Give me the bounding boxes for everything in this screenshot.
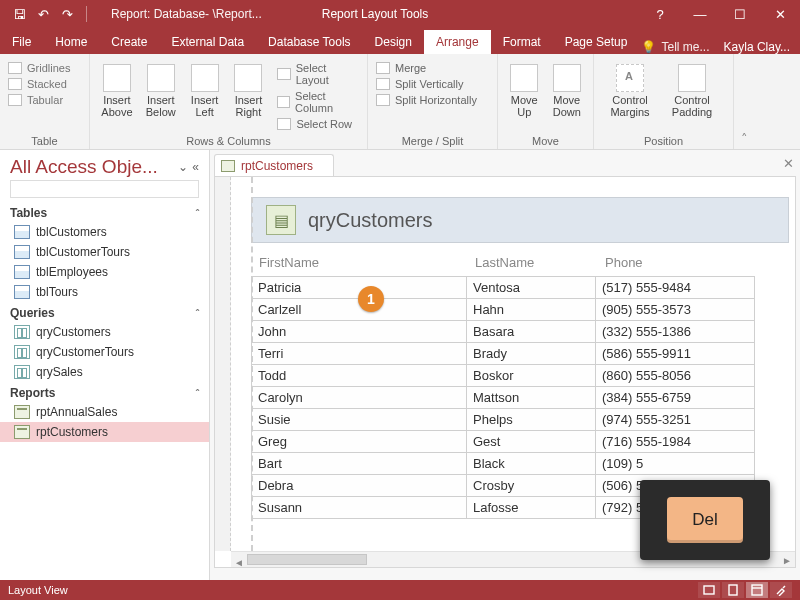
- nav-item-rptannualsales[interactable]: rptAnnualSales: [0, 402, 209, 422]
- table-row[interactable]: SusiePhelps(974) 555-3251: [251, 409, 795, 431]
- cell[interactable]: (517) 555-9484: [595, 276, 755, 299]
- cell[interactable]: Crosby: [466, 475, 596, 497]
- tab-page-setup[interactable]: Page Setup: [553, 30, 640, 54]
- table-row[interactable]: TerriBrady(586) 555-9911: [251, 343, 795, 365]
- cell[interactable]: Greg: [251, 431, 467, 453]
- cell[interactable]: John: [251, 321, 467, 343]
- table-row[interactable]: GregGest(716) 555-1984: [251, 431, 795, 453]
- scroll-right-icon[interactable]: ►: [779, 552, 795, 568]
- insert-left-button[interactable]: Insert Left: [186, 58, 224, 118]
- cell[interactable]: Black: [466, 453, 596, 475]
- col-header-phone[interactable]: Phone: [597, 251, 757, 274]
- cell[interactable]: (905) 555-3573: [595, 299, 755, 321]
- redo-icon[interactable]: ↷: [58, 5, 76, 23]
- cell[interactable]: (332) 555-1386: [595, 321, 755, 343]
- cell[interactable]: Susann: [251, 497, 467, 519]
- cell[interactable]: Boskor: [466, 365, 596, 387]
- cell[interactable]: (860) 555-8056: [595, 365, 755, 387]
- nav-item-qrycustomers[interactable]: qryCustomers: [0, 322, 209, 342]
- cell[interactable]: Todd: [251, 365, 467, 387]
- cell[interactable]: Debra: [251, 475, 467, 497]
- tab-format[interactable]: Format: [491, 30, 553, 54]
- split-vertically-button[interactable]: Split Vertically: [376, 78, 477, 90]
- tab-create[interactable]: Create: [99, 30, 159, 54]
- select-layout-button[interactable]: Select Layout: [277, 62, 359, 86]
- col-header-lastname[interactable]: LastName: [467, 251, 597, 274]
- nav-item-tblcustomers[interactable]: tblCustomers: [0, 222, 209, 242]
- stacked-button[interactable]: Stacked: [8, 78, 70, 90]
- tab-design[interactable]: Design: [363, 30, 424, 54]
- table-row[interactable]: PatriciaVentosa(517) 555-9484: [251, 276, 795, 299]
- control-padding-button[interactable]: Control Padding: [664, 58, 720, 118]
- insert-below-button[interactable]: Insert Below: [142, 58, 180, 118]
- nav-collapse-icon[interactable]: «: [190, 160, 201, 174]
- gridlines-button[interactable]: Gridlines: [8, 62, 70, 74]
- nav-title[interactable]: All Access Obje...: [10, 156, 176, 178]
- cell[interactable]: Phelps: [466, 409, 596, 431]
- cell[interactable]: Basara: [466, 321, 596, 343]
- table-row[interactable]: BartBlack(109) 5: [251, 453, 795, 475]
- document-tab[interactable]: rptCustomers: [214, 154, 334, 176]
- cell[interactable]: Lafosse: [466, 497, 596, 519]
- cell[interactable]: Carolyn: [251, 387, 467, 409]
- control-margins-button[interactable]: AControl Margins: [602, 58, 658, 118]
- nav-item-tblcustomertours[interactable]: tblCustomerTours: [0, 242, 209, 262]
- tab-file[interactable]: File: [0, 30, 43, 54]
- report-header[interactable]: ▤ qryCustomers: [251, 197, 789, 243]
- tell-me[interactable]: Tell me...: [662, 40, 710, 54]
- merge-button[interactable]: Merge: [376, 62, 477, 74]
- cell[interactable]: Gest: [466, 431, 596, 453]
- cell[interactable]: Mattson: [466, 387, 596, 409]
- table-row[interactable]: ToddBoskor(860) 555-8056: [251, 365, 795, 387]
- cell[interactable]: (716) 555-1984: [595, 431, 755, 453]
- cell[interactable]: Hahn: [466, 299, 596, 321]
- tabular-button[interactable]: Tabular: [8, 94, 70, 106]
- restore-button[interactable]: ☐: [720, 0, 760, 28]
- select-row-button[interactable]: Select Row: [277, 118, 359, 130]
- view-design-button[interactable]: [770, 582, 792, 598]
- cell[interactable]: (586) 555-9911: [595, 343, 755, 365]
- cell[interactable]: Brady: [466, 343, 596, 365]
- nav-dropdown-icon[interactable]: ⌄: [176, 160, 190, 174]
- view-print-button[interactable]: [722, 582, 744, 598]
- move-down-button[interactable]: Move Down: [549, 58, 586, 118]
- signed-in-user[interactable]: Kayla Clay...: [724, 40, 790, 54]
- insert-above-button[interactable]: Insert Above: [98, 58, 136, 118]
- nav-item-rptcustomers[interactable]: rptCustomers: [0, 422, 209, 442]
- select-column-button[interactable]: Select Column: [277, 90, 359, 114]
- tab-external-data[interactable]: External Data: [159, 30, 256, 54]
- view-layout-button[interactable]: [746, 582, 768, 598]
- table-row[interactable]: CarlzellHahn(905) 555-3573: [251, 299, 795, 321]
- insert-right-button[interactable]: Insert Right: [230, 58, 268, 118]
- nav-item-qrysales[interactable]: qrySales: [0, 362, 209, 382]
- scroll-left-icon[interactable]: ◄: [231, 555, 247, 569]
- undo-icon[interactable]: ↶: [34, 5, 52, 23]
- cell[interactable]: (384) 555-6759: [595, 387, 755, 409]
- view-report-button[interactable]: [698, 582, 720, 598]
- nav-cat-reports[interactable]: Reportsˆ: [0, 382, 209, 402]
- tab-home[interactable]: Home: [43, 30, 99, 54]
- nav-search-input[interactable]: [10, 180, 199, 198]
- cell[interactable]: Terri: [251, 343, 467, 365]
- close-button[interactable]: ✕: [760, 0, 800, 28]
- save-icon[interactable]: 🖫: [10, 5, 28, 23]
- cell[interactable]: Ventosa: [466, 276, 596, 299]
- tab-arrange[interactable]: Arrange: [424, 30, 491, 54]
- table-row[interactable]: JohnBasara(332) 555-1386: [251, 321, 795, 343]
- minimize-button[interactable]: —: [680, 0, 720, 28]
- nav-item-tbltours[interactable]: tblTours: [0, 282, 209, 302]
- nav-cat-tables[interactable]: Tablesˆ: [0, 202, 209, 222]
- table-row[interactable]: CarolynMattson(384) 555-6759: [251, 387, 795, 409]
- col-header-firstname[interactable]: FirstName: [251, 251, 467, 274]
- cell[interactable]: (109) 5: [595, 453, 755, 475]
- lightbulb-icon[interactable]: 💡: [641, 40, 656, 54]
- cell[interactable]: Bart: [251, 453, 467, 475]
- nav-item-tblemployees[interactable]: tblEmployees: [0, 262, 209, 282]
- split-horizontally-button[interactable]: Split Horizontally: [376, 94, 477, 106]
- cell[interactable]: (974) 555-3251: [595, 409, 755, 431]
- help-icon[interactable]: ?: [640, 0, 680, 28]
- tab-database-tools[interactable]: Database Tools: [256, 30, 363, 54]
- collapse-ribbon-button[interactable]: ˄: [734, 54, 754, 149]
- close-document-button[interactable]: ✕: [783, 156, 794, 171]
- move-up-button[interactable]: Move Up: [506, 58, 543, 118]
